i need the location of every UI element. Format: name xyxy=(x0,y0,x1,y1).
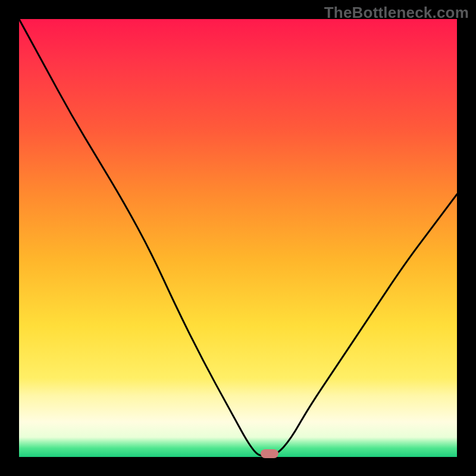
optimal-point-marker xyxy=(261,449,278,458)
chart-frame: TheBottleneck.com xyxy=(0,0,476,476)
bottleneck-plot xyxy=(19,19,457,457)
gradient-background xyxy=(19,19,457,457)
